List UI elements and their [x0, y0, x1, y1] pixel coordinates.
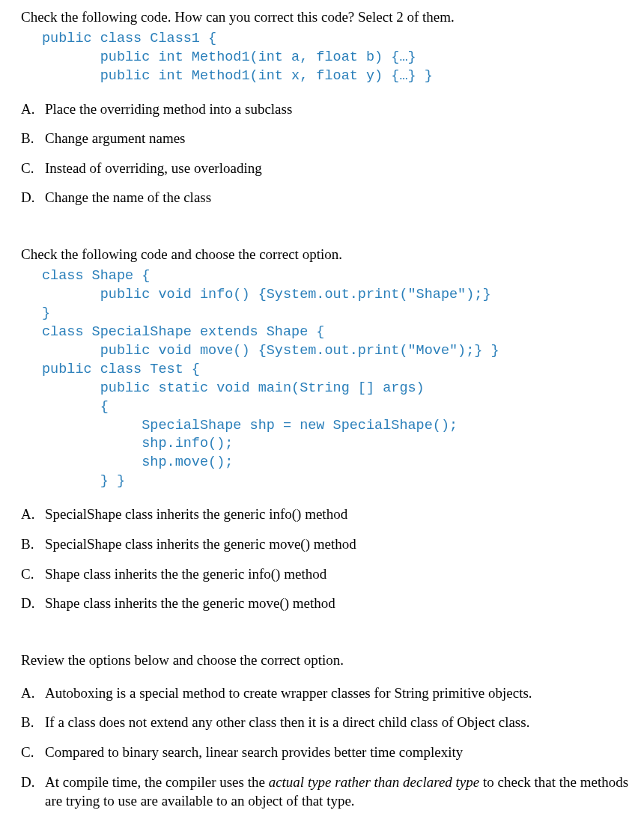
- q2-code: class Shape { public void info() {System…: [42, 267, 629, 492]
- q1-options: A. Place the overriding method into a su…: [21, 100, 629, 208]
- q1-option-d[interactable]: D. Change the name of the class: [21, 188, 629, 207]
- option-letter: B.: [21, 713, 45, 732]
- option-letter: C.: [21, 159, 45, 178]
- question-2: Check the following code and choose the …: [21, 245, 629, 613]
- q3-options: A. Autoboxing is a special method to cre…: [21, 684, 629, 811]
- option-text: Instead of overriding, use overloading: [45, 159, 629, 178]
- q3d-italic: actual type rather than declared type: [269, 774, 480, 790]
- q2-option-c[interactable]: C. Shape class inherits the the generic …: [21, 564, 629, 584]
- option-text: Change argument names: [45, 129, 629, 148]
- question-3: Review the options below and choose the …: [21, 651, 629, 811]
- q3-option-b[interactable]: B. If a class does not extend any other …: [21, 713, 629, 732]
- q1-option-a[interactable]: A. Place the overriding method into a su…: [21, 100, 629, 119]
- option-text: Place the overriding method into a subcl…: [45, 100, 629, 119]
- option-text: SpecialShape class inherits the generic …: [45, 505, 629, 524]
- option-letter: C.: [21, 564, 45, 584]
- option-text: If a class does not extend any other cla…: [45, 713, 629, 732]
- option-letter: A.: [21, 100, 45, 119]
- option-letter: D.: [21, 188, 45, 207]
- q1-option-b[interactable]: B. Change argument names: [21, 129, 629, 148]
- option-text: Autoboxing is a special method to create…: [45, 684, 629, 703]
- q2-option-a[interactable]: A. SpecialShape class inherits the gener…: [21, 505, 629, 524]
- q1-code: public class Class1 { public int Method1…: [42, 30, 629, 86]
- q1-prompt: Check the following code. How can you co…: [21, 7, 629, 27]
- q2-options: A. SpecialShape class inherits the gener…: [21, 505, 629, 613]
- q3-option-c[interactable]: C. Compared to binary search, linear sea…: [21, 743, 629, 762]
- q2-option-d[interactable]: D. Shape class inherits the the generic …: [21, 594, 629, 613]
- q2-prompt: Check the following code and choose the …: [21, 245, 629, 264]
- option-text: Shape class inherits the the generic mov…: [45, 594, 629, 613]
- q1-option-c[interactable]: C. Instead of overriding, use overloadin…: [21, 159, 629, 178]
- option-text: At compile time, the compiler uses the a…: [45, 773, 629, 811]
- option-text: Shape class inherits the the generic inf…: [45, 564, 629, 584]
- option-letter: A.: [21, 684, 45, 703]
- option-letter: B.: [21, 129, 45, 148]
- option-letter: A.: [21, 505, 45, 524]
- option-text: SpecialShape class inherits the generic …: [45, 535, 629, 554]
- q3-prompt: Review the options below and choose the …: [21, 651, 629, 670]
- option-text: Change the name of the class: [45, 188, 629, 207]
- q2-option-b[interactable]: B. SpecialShape class inherits the gener…: [21, 535, 629, 554]
- option-letter: C.: [21, 743, 45, 762]
- option-letter: D.: [21, 594, 45, 613]
- option-letter: D.: [21, 773, 45, 792]
- option-text: Compared to binary search, linear search…: [45, 743, 629, 762]
- q3d-pre: At compile time, the compiler uses the: [45, 774, 269, 790]
- q3-option-d[interactable]: D. At compile time, the compiler uses th…: [21, 773, 629, 811]
- option-letter: B.: [21, 535, 45, 554]
- q3-option-a[interactable]: A. Autoboxing is a special method to cre…: [21, 684, 629, 703]
- question-1: Check the following code. How can you co…: [21, 7, 629, 207]
